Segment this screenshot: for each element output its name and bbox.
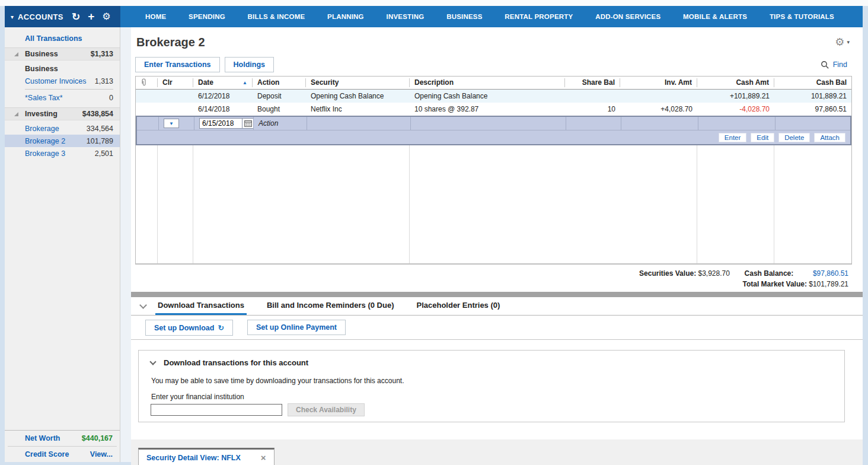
- clr-column-header[interactable]: Clr: [158, 78, 193, 87]
- collapse-triangle-icon: [14, 52, 18, 56]
- cell-security: Opening Cash Balance: [306, 92, 410, 100]
- sidebar-item-all-transactions[interactable]: All Transactions: [5, 32, 120, 47]
- nav-item-mobile-alerts[interactable]: MOBILE & ALERTS: [683, 13, 747, 20]
- register-empty-area[interactable]: [136, 145, 851, 264]
- credit-score-row[interactable]: Credit Score View...: [5, 447, 120, 462]
- cell-action: Deposit: [253, 92, 306, 100]
- action-column-header[interactable]: Action: [253, 78, 306, 87]
- net-worth-row[interactable]: Net Worth $440,167: [5, 431, 120, 446]
- credit-score-view-link[interactable]: View...: [90, 450, 113, 458]
- nav-item-spending[interactable]: SPENDING: [189, 13, 225, 20]
- attach-button[interactable]: Attach: [814, 133, 845, 142]
- accounts-panel-header: ▾ ACCOUNTS ↻ + ⚙: [5, 6, 120, 27]
- clr-dropdown[interactable]: ▼: [164, 119, 179, 128]
- financial-institution-input[interactable]: [151, 404, 282, 416]
- download-actions-row: Set up Download↻ Set up Online Payment: [131, 316, 863, 340]
- share-bal-column-header[interactable]: Share Bal: [565, 78, 620, 87]
- nav-item-tips-tutorials[interactable]: TIPS & TUTORIALS: [770, 13, 834, 20]
- date-input[interactable]: [199, 118, 242, 129]
- edit-button[interactable]: Edit: [751, 133, 774, 142]
- action-field-placeholder[interactable]: Action: [259, 119, 278, 128]
- nav-item-rental-property[interactable]: RENTAL PROPERTY: [505, 13, 573, 20]
- sidebar-footer: Net Worth $440,167 Credit Score View...: [5, 430, 120, 462]
- new-transaction-editor: ▼: [136, 116, 851, 145]
- group-total: $438,854: [82, 110, 113, 118]
- total-market-value: $101,789.21: [809, 280, 848, 288]
- cash-bal-column-header[interactable]: Cash Bal: [774, 78, 851, 87]
- edit-buttons-row: Enter Edit Delete Attach: [137, 130, 850, 144]
- caret-down-icon: ▾: [847, 39, 850, 45]
- calendar-picker-button[interactable]: [242, 118, 254, 129]
- main-panel: Brokerage 2 ⚙ ▾ Enter Transactions Holdi…: [131, 27, 863, 462]
- check-availability-button[interactable]: Check Availability: [288, 403, 365, 416]
- gear-icon[interactable]: ⚙: [102, 12, 110, 21]
- sidebar-group-business[interactable]: Business $1,313: [5, 47, 120, 60]
- sidebar-item-business-parent[interactable]: Business: [5, 62, 120, 75]
- tab-download-transactions[interactable]: Download Transactions: [155, 297, 247, 315]
- tab-placeholder-entries[interactable]: Placeholder Entries (0): [414, 297, 502, 315]
- net-worth-label: Net Worth: [25, 434, 60, 442]
- chevron-down-icon[interactable]: [149, 358, 156, 365]
- gear-icon[interactable]: ⚙: [835, 36, 844, 49]
- total-market-value-label: Total Market Value:: [742, 280, 806, 288]
- account-balance: 0: [109, 94, 113, 102]
- account-label: Customer Invoices: [25, 77, 87, 85]
- sidebar-item-customer-invoices[interactable]: Customer Invoices 1,313: [5, 75, 120, 87]
- date-column-header[interactable]: Date ▲: [193, 78, 253, 87]
- table-row[interactable]: 6/14/2018 Bought Netflix Inc 10 shares @…: [136, 103, 851, 116]
- security-column-header[interactable]: Security: [306, 78, 410, 87]
- tab-bill-income-reminders[interactable]: Bill and Income Reminders (0 Due): [264, 297, 397, 315]
- sidebar-item-brokerage-2[interactable]: Brokerage 2 101,789: [5, 135, 120, 147]
- pane-splitter-handle[interactable]: [131, 292, 863, 297]
- table-row[interactable]: 6/12/2018 Deposit Opening Cash Balance O…: [136, 90, 851, 103]
- page-header: Brokerage 2 ⚙ ▾: [131, 27, 863, 53]
- cash-balance-label: Cash Balance:: [745, 269, 794, 278]
- nav-item-addon-services[interactable]: ADD-ON SERVICES: [595, 13, 660, 20]
- transaction-register: Clr Date ▲ Action Security Description S…: [135, 76, 852, 265]
- sidebar-item-sales-tax[interactable]: *Sales Tax* 0: [5, 91, 120, 104]
- nav-item-planning[interactable]: PLANNING: [327, 13, 364, 20]
- group-label: Investing: [25, 110, 58, 118]
- set-up-online-payment-button[interactable]: Set up Online Payment: [247, 320, 346, 335]
- attachment-column-header[interactable]: [136, 78, 158, 87]
- refresh-icon[interactable]: ↻: [72, 12, 80, 22]
- close-icon[interactable]: ×: [261, 453, 266, 462]
- account-label: *Sales Tax*: [25, 94, 63, 102]
- sidebar-item-brokerage-3[interactable]: Brokerage 3 2,501: [5, 147, 120, 160]
- cell-date: 6/12/2018: [193, 92, 253, 100]
- net-worth-value: $440,167: [82, 434, 113, 442]
- window-top-edge: [0, 0, 868, 6]
- securities-value: $3,928.70: [698, 269, 729, 278]
- find-control[interactable]: Find: [821, 60, 847, 69]
- cell-description: Opening Cash Balance: [410, 92, 565, 100]
- register-settings-menu[interactable]: ⚙ ▾: [835, 36, 850, 49]
- security-detail-view-tab[interactable]: Security Detail View: NFLX ×: [138, 448, 275, 465]
- bottom-tab-bar: Download Transactions Bill and Income Re…: [131, 297, 863, 316]
- set-up-download-button[interactable]: Set up Download↻: [145, 320, 233, 336]
- download-panel-title: Download transactions for this account: [164, 358, 308, 367]
- sidebar-item-brokerage[interactable]: Brokerage 334,564: [5, 122, 120, 135]
- page-title: Brokerage 2: [136, 36, 205, 49]
- caret-down-icon[interactable]: ▾: [11, 14, 14, 20]
- nav-item-business[interactable]: BUSINESS: [446, 13, 482, 20]
- register-header: Clr Date ▲ Action Security Description S…: [136, 77, 851, 90]
- holdings-button[interactable]: Holdings: [225, 57, 274, 72]
- account-label: Business: [25, 65, 58, 73]
- delete-button[interactable]: Delete: [778, 133, 810, 142]
- sidebar-group-investing[interactable]: Investing $438,854: [5, 107, 120, 120]
- top-bar: ▾ ACCOUNTS ↻ + ⚙ HOME SPENDING BILLS & I…: [5, 6, 863, 27]
- nav-item-bills-income[interactable]: BILLS & INCOME: [248, 13, 305, 20]
- enter-button[interactable]: Enter: [719, 133, 747, 142]
- enter-transactions-button[interactable]: Enter Transactions: [135, 57, 220, 72]
- add-account-icon[interactable]: +: [88, 11, 94, 22]
- inv-amt-column-header[interactable]: Inv. Amt: [620, 78, 697, 87]
- accounts-list: All Transactions Business $1,313 Busines…: [5, 27, 120, 430]
- chevron-down-icon[interactable]: [139, 301, 147, 309]
- cell-cash-bal: 97,860.51: [774, 105, 851, 113]
- cash-balance-value[interactable]: $97,860.51: [813, 269, 848, 278]
- description-column-header[interactable]: Description: [410, 78, 565, 87]
- account-balance: 2,501: [95, 149, 113, 158]
- nav-item-investing[interactable]: INVESTING: [387, 13, 425, 20]
- nav-item-home[interactable]: HOME: [145, 13, 166, 20]
- cash-amt-column-header[interactable]: Cash Amt: [697, 78, 774, 87]
